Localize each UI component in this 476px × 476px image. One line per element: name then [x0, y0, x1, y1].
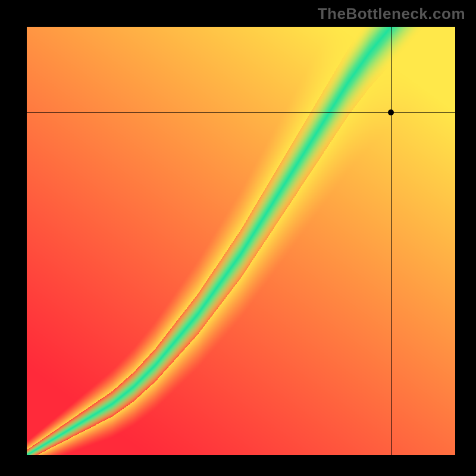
plot-area: [27, 27, 455, 455]
chart-stage: TheBottleneck.com: [0, 0, 476, 476]
overlay-canvas: [27, 27, 455, 455]
watermark-text: TheBottleneck.com: [318, 5, 465, 23]
